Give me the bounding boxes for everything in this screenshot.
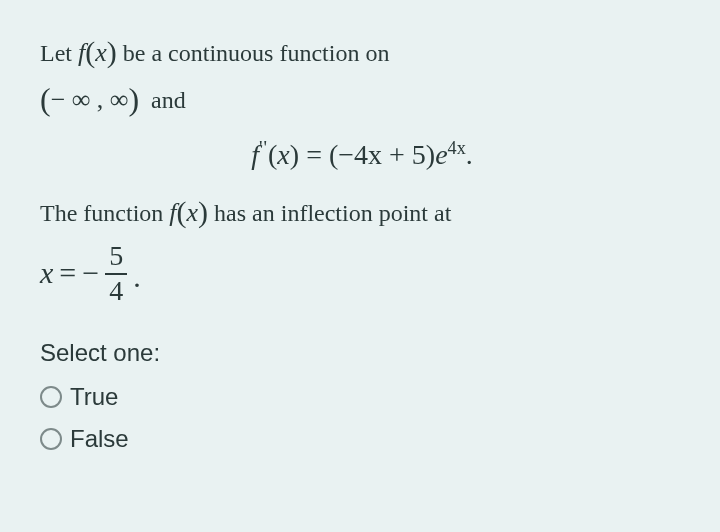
question-line-2: (− ∞ , ∞) and (40, 73, 684, 121)
f-symbol: f (251, 139, 259, 170)
close-paren: ) (198, 195, 208, 228)
minus-sign: − (82, 250, 99, 295)
x-symbol: x (95, 38, 107, 67)
select-one-label: Select one: (40, 335, 684, 371)
period: . (133, 254, 141, 299)
fraction: 5 4 (105, 241, 127, 307)
interval-close-paren: ) (128, 81, 139, 117)
open-paren: ( (177, 195, 187, 228)
rhs-body: −4x + 5 (338, 139, 426, 170)
radio-icon[interactable] (40, 386, 62, 408)
text: Let (40, 40, 78, 66)
text: be a continuous function on (117, 40, 390, 66)
option-true[interactable]: True (40, 379, 684, 415)
question-card: Let f(x) be a continuous function on (− … (0, 0, 720, 491)
denominator: 4 (105, 276, 127, 307)
close-paren: ) (426, 139, 435, 170)
e-symbol: e (435, 139, 447, 170)
equals: = (59, 250, 76, 295)
text: and (139, 87, 186, 113)
x-symbol: x (277, 139, 289, 170)
text: has an inflection point at (208, 200, 451, 226)
exponent: 4x (448, 138, 466, 158)
rhs-text: −4x + 5 (338, 139, 426, 170)
f-symbol: f (169, 198, 176, 227)
claim-equation: x = − 5 4 . (40, 239, 684, 305)
close-paren: ) (107, 35, 117, 68)
equals: = (299, 139, 329, 170)
interval-body: − ∞ , ∞ (51, 85, 129, 114)
text: The function (40, 200, 169, 226)
x-symbol: x (187, 198, 199, 227)
open-paren: ( (268, 139, 277, 170)
option-label: True (70, 379, 118, 415)
question-line-4: The function f(x) has an inflection poin… (40, 188, 684, 233)
primes: '' (259, 137, 268, 158)
open-paren: ( (85, 35, 95, 68)
close-paren: ) (290, 139, 299, 170)
numerator: 5 (105, 241, 127, 272)
radio-icon[interactable] (40, 428, 62, 450)
equation-display: f''(x) = (−4x + 5)e4x. (40, 133, 684, 176)
option-label: False (70, 421, 129, 457)
period: . (466, 139, 473, 170)
interval-open-paren: ( (40, 81, 51, 117)
open-paren: ( (329, 139, 338, 170)
option-false[interactable]: False (40, 421, 684, 457)
options-group: True False (40, 379, 684, 457)
x-symbol: x (40, 250, 53, 295)
question-line-1: Let f(x) be a continuous function on (40, 28, 684, 73)
